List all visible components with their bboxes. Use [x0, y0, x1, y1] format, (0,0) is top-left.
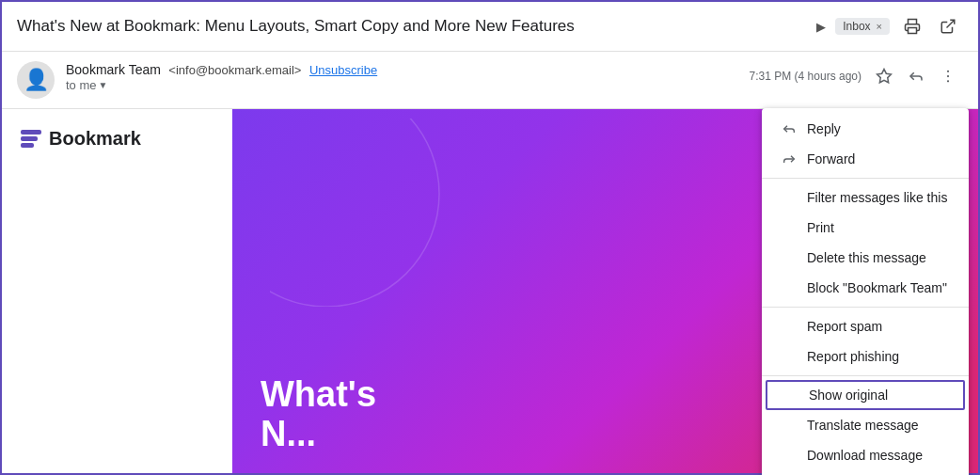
context-menu: Reply Forward Filter messages like this: [762, 108, 969, 475]
svg-point-3: [947, 71, 949, 72]
menu-item-forward[interactable]: Forward: [762, 144, 969, 174]
menu-divider-3: [762, 375, 969, 376]
to-me-chevron-icon: ▼: [99, 80, 108, 90]
menu-divider-1: [762, 178, 969, 179]
avatar: 👤: [17, 61, 55, 99]
menu-item-translate[interactable]: Translate message: [762, 410, 969, 440]
sender-email: <info@bookmark.email>: [168, 63, 301, 77]
menu-item-download[interactable]: Download message: [762, 440, 969, 470]
sender-name-line: Bookmark Team <info@bookmark.email> Unsu…: [66, 61, 738, 78]
banner-arc-svg: [270, 119, 552, 307]
email-container: What's New at Bookmark: Menu Layouts, Sm…: [0, 0, 980, 475]
menu-label-download: Download message: [807, 448, 923, 463]
header-icons: [897, 11, 963, 41]
print-button[interactable]: [897, 11, 927, 41]
menu-label-print: Print: [807, 220, 834, 235]
sender-row: 👤 Bookmark Team <info@bookmark.email> Un…: [2, 52, 978, 109]
open-new-window-button[interactable]: [933, 11, 963, 41]
svg-marker-2: [877, 70, 892, 83]
inbox-tag[interactable]: Inbox ×: [835, 18, 890, 35]
banner-headline: What's N...: [261, 375, 376, 454]
menu-item-report-phishing[interactable]: Report phishing: [762, 341, 969, 372]
bookmark-logo-line-2: [21, 136, 38, 141]
star-button[interactable]: [869, 61, 899, 91]
menu-item-show-original[interactable]: Show original: [766, 380, 965, 410]
to-me-label[interactable]: to me ▼: [66, 78, 738, 92]
bookmark-logo-text: Bookmark: [49, 128, 141, 150]
menu-item-mark-unread[interactable]: Mark as unread: [762, 470, 969, 475]
menu-label-report-spam: Report spam: [807, 319, 882, 334]
menu-label-filter: Filter messages like this: [807, 190, 947, 205]
avatar-icon: 👤: [24, 68, 49, 92]
reply-button[interactable]: [901, 61, 931, 91]
email-white-area: Bookmark: [2, 109, 232, 473]
bookmark-logo: Bookmark: [21, 128, 141, 150]
menu-item-filter[interactable]: Filter messages like this: [762, 182, 969, 213]
bookmark-logo-icon: [21, 130, 41, 148]
more-options-button[interactable]: [933, 61, 963, 91]
reply-menu-icon: [781, 121, 798, 136]
menu-label-block: Block "Bookmark Team": [807, 280, 947, 295]
bookmark-logo-line-1: [21, 130, 41, 135]
menu-item-block[interactable]: Block "Bookmark Team": [762, 273, 969, 303]
svg-line-1: [947, 20, 955, 27]
label-arrow-icon: ▶: [816, 20, 826, 34]
menu-label-show-original: Show original: [809, 388, 888, 403]
email-timestamp: 7:31 PM (4 hours ago): [750, 70, 861, 83]
unsubscribe-link[interactable]: Unsubscribe: [309, 63, 377, 77]
sender-meta-right: 7:31 PM (4 hours ago): [750, 61, 963, 91]
menu-item-delete[interactable]: Delete this message: [762, 243, 969, 273]
menu-item-print[interactable]: Print: [762, 213, 969, 243]
bookmark-logo-line-3: [21, 143, 34, 148]
inbox-close-button[interactable]: ×: [877, 21, 882, 32]
svg-point-6: [270, 119, 439, 307]
menu-label-report-phishing: Report phishing: [807, 349, 899, 364]
subject-bar: What's New at Bookmark: Menu Layouts, Sm…: [2, 2, 978, 52]
menu-divider-2: [762, 307, 969, 308]
menu-label-delete: Delete this message: [807, 250, 926, 265]
svg-rect-0: [909, 28, 917, 34]
menu-item-report-spam[interactable]: Report spam: [762, 311, 969, 341]
email-subject: What's New at Bookmark: Menu Layouts, Sm…: [17, 17, 809, 36]
sender-name: Bookmark Team: [66, 62, 161, 77]
svg-point-4: [947, 75, 949, 77]
menu-label-translate: Translate message: [807, 418, 919, 433]
svg-point-5: [947, 80, 949, 82]
sender-info: Bookmark Team <info@bookmark.email> Unsu…: [66, 61, 738, 92]
menu-item-reply[interactable]: Reply: [762, 114, 969, 144]
inbox-label: Inbox: [843, 20, 870, 33]
forward-menu-icon: [781, 151, 798, 166]
menu-label-reply: Reply: [807, 121, 841, 136]
action-buttons: [869, 61, 963, 91]
menu-label-forward: Forward: [807, 151, 855, 166]
